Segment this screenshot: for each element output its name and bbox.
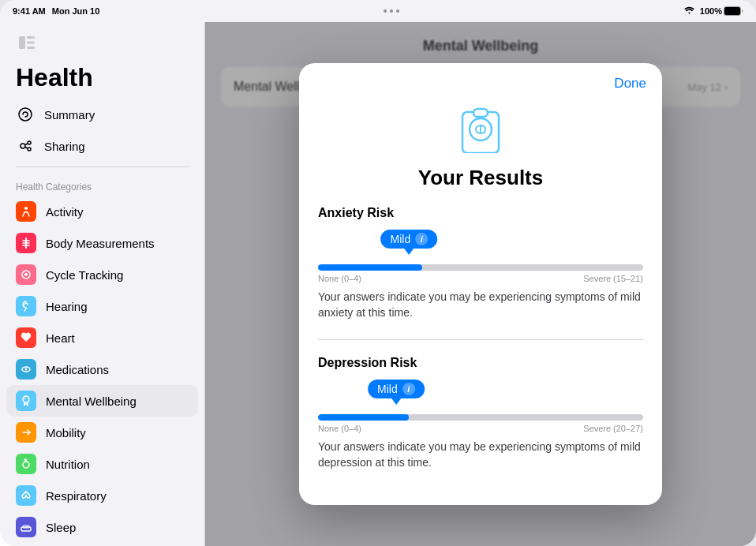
sidebar-item-mobility[interactable]: Mobility <box>0 417 204 448</box>
anxiety-risk-title: Anxiety Risk <box>318 206 643 220</box>
anxiety-progress-bar-container <box>318 264 643 271</box>
sidebar-item-activity[interactable]: Activity <box>0 196 204 227</box>
depression-progress-bar-container <box>318 414 643 421</box>
medications-icon <box>16 359 36 380</box>
sidebar-item-medications[interactable]: Medications <box>0 353 204 385</box>
modal-title: Your Results <box>299 166 662 206</box>
svg-line-9 <box>25 144 28 145</box>
mobility-label: Mobility <box>46 426 86 439</box>
anxiety-progress-fill <box>318 264 422 271</box>
anxiety-risk-section: Anxiety Risk Mild i <box>318 206 643 320</box>
depression-risk-section: Depression Risk Mild i <box>318 356 643 470</box>
activity-icon <box>16 201 36 222</box>
nutrition-icon <box>16 454 36 474</box>
depression-progress-fill <box>318 414 409 421</box>
activity-label: Activity <box>46 205 84 219</box>
svg-point-17 <box>23 462 29 468</box>
sidebar-item-respiratory[interactable]: Respiratory <box>0 480 204 511</box>
respiratory-icon <box>16 485 36 506</box>
svg-point-6 <box>21 144 25 148</box>
depression-progress-track <box>318 414 643 421</box>
sharing-label: Sharing <box>44 140 85 153</box>
sidebar-toggle-button[interactable] <box>16 32 38 54</box>
depression-info-icon[interactable]: i <box>402 383 415 395</box>
depression-badge-arrow <box>391 398 401 405</box>
hearing-label: Hearing <box>46 300 88 313</box>
status-bar-right: 100% <box>683 6 743 17</box>
mental-wellbeing-modal-icon <box>453 98 508 153</box>
modal-overlay: Done <box>205 22 756 546</box>
status-bar-center <box>384 9 399 13</box>
sidebar-item-summary[interactable]: Summary <box>0 99 204 130</box>
depression-badge-label: Mild <box>377 383 398 395</box>
status-bar-left: 9:41 AM Mon Jun 10 <box>13 6 99 16</box>
depression-progress-labels: None (0–4) Severe (20–27) <box>318 424 643 433</box>
anxiety-badge-label: Mild <box>391 233 411 245</box>
depression-description: Your answers indicate you may be experie… <box>318 439 643 470</box>
three-dots <box>384 9 399 13</box>
modal-header: Done <box>299 63 662 92</box>
mental-wellbeing-icon <box>16 391 36 411</box>
summary-label: Summary <box>44 108 95 122</box>
svg-point-7 <box>28 141 31 144</box>
anxiety-description: Your answers indicate you may be experie… <box>318 290 643 320</box>
sidebar-item-body-measurements[interactable]: Body Measurements <box>0 227 204 259</box>
respiratory-label: Respiratory <box>46 489 107 503</box>
depression-mild-badge[interactable]: Mild i <box>368 380 425 398</box>
sleep-icon <box>16 517 36 537</box>
app-title: Health <box>0 63 204 99</box>
depression-range-min: None (0–4) <box>318 424 361 433</box>
anxiety-range-min: None (0–4) <box>318 274 361 283</box>
categories-section-label: Health Categories <box>0 172 204 196</box>
svg-rect-22 <box>473 109 488 117</box>
cycle-tracking-icon <box>16 264 36 285</box>
svg-rect-1 <box>724 7 740 15</box>
svg-rect-2 <box>19 36 25 49</box>
results-modal: Done <box>299 63 662 505</box>
sidebar-item-nutrition[interactable]: Nutrition <box>0 448 204 480</box>
svg-point-8 <box>28 148 31 151</box>
sidebar: Health Summary <box>0 22 205 546</box>
sidebar-item-cycle-tracking[interactable]: Cycle Tracking <box>0 259 204 290</box>
anxiety-badge-arrow <box>404 249 414 255</box>
modal-body: Anxiety Risk Mild i <box>299 206 662 505</box>
sidebar-divider <box>16 166 189 167</box>
sidebar-item-heart[interactable]: Heart <box>0 322 204 353</box>
body-measurements-icon <box>16 233 36 253</box>
wifi-icon <box>683 6 695 17</box>
svg-line-10 <box>25 148 28 149</box>
status-bar: 9:41 AM Mon Jun 10 100% <box>0 0 756 22</box>
svg-point-15 <box>25 368 28 371</box>
svg-rect-5 <box>27 47 35 49</box>
sharing-icon <box>16 136 35 155</box>
svg-point-11 <box>24 207 28 210</box>
mental-wellbeing-label: Mental Wellbeing <box>46 395 137 408</box>
section-divider <box>318 339 643 340</box>
summary-icon <box>16 105 35 124</box>
anxiety-range-max: Severe (15–21) <box>583 274 643 283</box>
battery-icon: 100% <box>700 6 743 16</box>
anxiety-progress-labels: None (0–4) Severe (15–21) <box>318 274 643 283</box>
app-layout: Health Summary <box>0 22 756 546</box>
ipad-frame: 9:41 AM Mon Jun 10 100% <box>0 0 756 546</box>
depression-risk-title: Depression Risk <box>318 356 643 370</box>
main-content: Mental Wellbeing Mental Wellbeing Risk M… <box>205 22 756 546</box>
svg-rect-4 <box>27 42 35 44</box>
anxiety-progress-track <box>318 264 643 271</box>
anxiety-info-icon[interactable]: i <box>415 233 428 245</box>
sidebar-item-mental-wellbeing[interactable]: Mental Wellbeing <box>6 385 198 417</box>
status-date: Mon Jun 10 <box>52 6 100 16</box>
sidebar-item-hearing[interactable]: Hearing <box>0 290 204 322</box>
svg-point-13 <box>24 273 28 276</box>
sidebar-item-symptoms[interactable]: Symptoms <box>0 543 204 546</box>
sleep-label: Sleep <box>46 521 76 534</box>
sidebar-item-sharing[interactable]: Sharing <box>0 130 204 162</box>
anxiety-mild-badge[interactable]: Mild i <box>381 230 438 249</box>
done-button[interactable]: Done <box>614 76 646 92</box>
sidebar-item-sleep[interactable]: Sleep <box>0 511 204 543</box>
hearing-icon <box>16 296 36 316</box>
mobility-icon <box>16 422 36 443</box>
modal-icon-container <box>299 92 662 166</box>
body-measurements-label: Body Measurements <box>46 237 155 250</box>
heart-icon <box>16 327 36 348</box>
